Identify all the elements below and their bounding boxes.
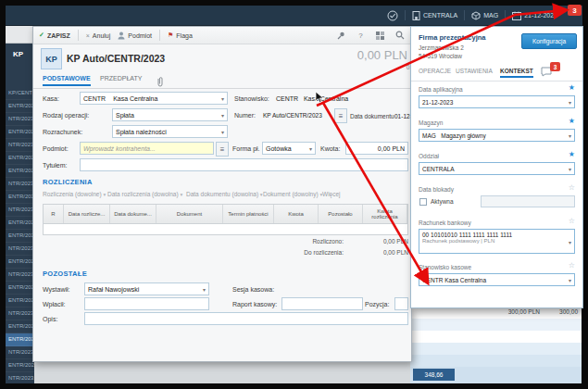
list-item[interactable]: ENTR/2023 (6, 320, 34, 333)
list-item[interactable]: NTR/2023 (6, 307, 34, 320)
podmiot-placeholder: Wprowadź kontrahenta... (83, 145, 156, 152)
layout-button[interactable] (374, 30, 386, 42)
list-item[interactable]: NTR/2023 (6, 269, 34, 282)
list-item[interactable]: ENTR/2023 (6, 100, 34, 113)
warehouse-selector[interactable]: MAG (465, 6, 505, 25)
list-item[interactable]: ENTR/2023 (6, 217, 34, 230)
list-item[interactable]: ENTR/2023 (6, 282, 34, 295)
company-label: CENTRALA (423, 12, 457, 19)
tab-ustawienia[interactable]: USTAWIENIA (456, 68, 493, 74)
column-header[interactable]: Pozostało (319, 205, 363, 223)
wystawil-select[interactable]: Rafał Nawojowski ▾ (84, 282, 209, 295)
raport-input[interactable] (281, 297, 363, 310)
table-row[interactable] (410, 343, 582, 355)
oddzial-select[interactable]: CENTRALA ▾ (419, 162, 575, 175)
numer-value[interactable]: KP Auto/CENTR/2023 (263, 112, 322, 119)
column-header[interactable]: Termin płatności (223, 205, 274, 223)
list-item[interactable]: KP/CENTR/2023 (6, 87, 34, 100)
column-header[interactable]: Kwota (274, 205, 319, 223)
filter-rozliczenia[interactable]: Rozliczenia (dowolne) ▾ (43, 191, 106, 197)
rodzaj-select[interactable]: Spłata ▾ (112, 108, 228, 121)
kasa-label: Kasa: (43, 95, 59, 102)
filter-label: Rozliczenia (dowolne) (43, 191, 102, 197)
list-item[interactable]: ENTR/2023 (6, 333, 34, 346)
amount-cell: 300,00 (544, 308, 578, 315)
kasa-select[interactable]: CENTR Kasa Centralna ▾ (80, 92, 228, 105)
tab-podstawowe[interactable]: PODSTAWOWE (43, 75, 91, 86)
list-item[interactable]: NTR/2023 (6, 113, 34, 126)
list-item[interactable]: NTR/2023 (6, 178, 34, 191)
favorite-icon[interactable]: ☆ (569, 262, 575, 270)
magazyn-select[interactable]: MAG Magazyn główny ▾ (419, 129, 575, 142)
numer-scheme-button[interactable]: ≡ (334, 108, 347, 123)
save-button[interactable]: ✓ ZAPISZ (39, 31, 70, 39)
list-item[interactable]: ENTR/2023 (6, 152, 34, 165)
rozrachunek-select[interactable]: Spłata należności ▾ (112, 125, 228, 138)
tytulem-input[interactable] (80, 158, 408, 171)
paperclip-icon[interactable] (156, 76, 164, 87)
search-button[interactable] (394, 30, 406, 42)
tab-przedplaty[interactable]: PRZEDPŁATY (100, 75, 142, 84)
table-row[interactable] (410, 331, 582, 343)
date-selector[interactable]: 21-12-2023 (506, 6, 564, 25)
pozycja-input[interactable] (394, 297, 408, 310)
konfiguracja-button[interactable]: Konfiguracja (521, 33, 577, 49)
cancel-button[interactable]: × Anuluj (86, 32, 111, 39)
table-empty-body[interactable] (43, 224, 408, 235)
filter-data-dokumentu[interactable]: Data dokumentu (dowolna) ▾ (186, 191, 263, 197)
column-header[interactable]: Data dokume... (110, 205, 156, 223)
list-item[interactable]: NTR/2023 (6, 204, 34, 217)
list-item[interactable]: ENTR/2023 (6, 165, 34, 178)
tab-kontekst[interactable]: KONTEKST (500, 68, 533, 78)
wplacil-input[interactable] (84, 297, 209, 310)
flag-button[interactable]: ⚑ Flaga (168, 31, 193, 39)
data-blokady-date-input[interactable] (481, 195, 575, 207)
favorite-icon[interactable]: ☆ (569, 184, 575, 192)
table-row[interactable]: 300,00 PLN 300,00 (410, 307, 582, 320)
data-aplikacyjna-select[interactable]: 21-12-2023 ▾ (419, 95, 575, 108)
company-selector[interactable]: CENTRALA (406, 6, 464, 25)
pin-button[interactable] (335, 30, 347, 42)
list-item[interactable]: ENTR/2023 (6, 230, 34, 243)
subject-button[interactable]: Podmiot (118, 31, 152, 40)
table-row[interactable] (410, 355, 582, 367)
rachunek-select[interactable]: 00 10101010 1111 1111 1111 1111 Rachunek… (419, 229, 575, 254)
favorite-icon[interactable]: ★ (569, 118, 575, 125)
help-button[interactable]: ? (355, 30, 367, 42)
stanowisko-value[interactable]: CENTR Kasa Centralna (276, 95, 348, 102)
tab-operacje[interactable]: OPERACJE (419, 68, 451, 74)
rozliczono-value: 0,00 PLN (348, 238, 408, 245)
table-row[interactable] (410, 319, 582, 331)
notification-badge[interactable]: 3 (568, 5, 582, 16)
chat-badge[interactable]: 3 (550, 62, 560, 71)
podmiot-picker-button[interactable]: ≡ (216, 142, 229, 157)
column-header[interactable]: R (44, 205, 64, 223)
favorite-icon[interactable]: ☆ (569, 218, 575, 225)
filter-data-rozliczenia[interactable]: Data rozliczenia (dowolna) ▾ (107, 191, 182, 197)
forma-select[interactable]: Gotówka ▾ (262, 142, 316, 155)
list-item[interactable]: NTR/2023 (6, 346, 34, 359)
kwota-input[interactable]: 0,00 PLN (345, 142, 408, 155)
filter-wiecej[interactable]: Więcej (322, 191, 341, 197)
list-item[interactable]: NTR/2023 (6, 372, 34, 383)
stanowisko-kasowe-select[interactable]: CENTR Kasa Centralna ▾ (419, 273, 575, 286)
column-header[interactable]: Dokument (156, 205, 223, 223)
status-check-button[interactable] (381, 6, 405, 25)
list-item[interactable]: ENTR/2023 (6, 126, 34, 139)
list-item[interactable]: ENTR/2023 (6, 256, 34, 269)
list-item[interactable]: NTR/2023 (6, 243, 34, 256)
filter-dokument[interactable]: Dokument (dowolny) ▾ (263, 191, 322, 197)
favorite-icon[interactable]: ★ (569, 151, 575, 158)
podmiot-input[interactable]: Wprowadź kontrahenta... (80, 142, 214, 155)
opis-input[interactable] (84, 312, 408, 325)
list-item[interactable]: NTR/2023 (6, 139, 34, 152)
chevron-down-icon: ▾ (221, 112, 224, 119)
column-header[interactable]: Data rozlicze... (64, 205, 110, 223)
list-item[interactable]: ENTR/2023 (6, 191, 34, 204)
favorite-icon[interactable]: ★ (569, 84, 575, 92)
list-item[interactable]: ENTR/2023 (6, 359, 34, 372)
sesja-label: Sesja kasowa: (232, 286, 274, 293)
list-item[interactable]: ENTR/2023 (6, 295, 34, 307)
data-blokady-checkbox[interactable] (419, 198, 427, 206)
column-header[interactable]: Kwota rozliczenia (363, 205, 407, 223)
